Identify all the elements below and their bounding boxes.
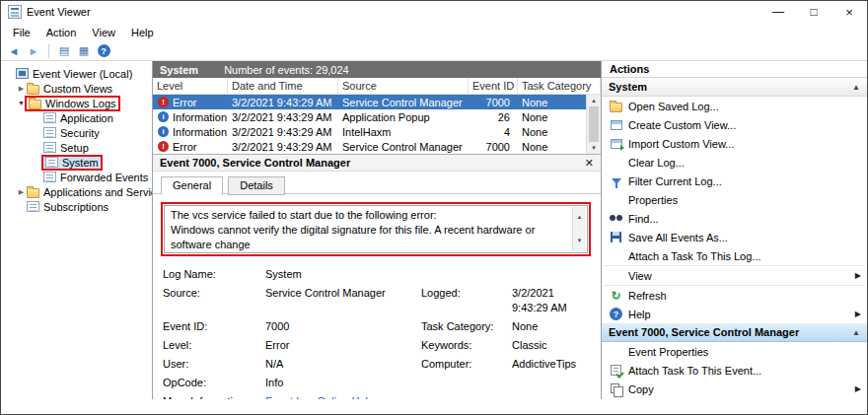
table-row[interactable]: iInformation 3/2/2021 9:43:29 AM Applica… — [153, 109, 601, 124]
actions-section-system[interactable]: System ▲ — [602, 78, 867, 97]
column-header-datetime[interactable]: Date and Time — [228, 78, 338, 94]
forward-arrow-icon[interactable]: ► — [25, 45, 42, 57]
action-clear-log[interactable]: Clear Log... — [602, 153, 867, 172]
detail-header: Event 7000, Service Control Manager ✕ — [153, 154, 601, 172]
tree-item-setup[interactable]: Setup — [1, 140, 152, 155]
tab-details[interactable]: Details — [228, 176, 285, 195]
log-icon — [43, 112, 56, 123]
tree-item-application[interactable]: Application — [1, 110, 152, 125]
field-label: Task Category: — [421, 319, 512, 334]
main-content: Event Viewer (Local) ▶ Custom Views ▼ Wi… — [1, 61, 867, 399]
tree-item-event-viewer-local[interactable]: Event Viewer (Local) — [1, 66, 152, 81]
chevron-right-icon[interactable]: ▶ — [16, 85, 27, 92]
column-header-source[interactable]: Source — [338, 78, 469, 94]
event-id-cell: 4 — [469, 124, 518, 139]
field-value: System — [265, 267, 421, 282]
scroll-up-icon[interactable]: ▲ — [587, 95, 601, 106]
field-value: 7000 — [265, 319, 421, 334]
action-help[interactable]: ? Help ▶ — [602, 305, 867, 323]
properties-tool-icon[interactable]: ▦ — [75, 43, 93, 59]
log-title: System — [160, 64, 198, 76]
section-label: System — [609, 81, 647, 93]
scroll-down-icon[interactable]: ▼ — [587, 142, 601, 154]
tree-item-custom-views[interactable]: ▶ Custom Views — [1, 81, 152, 96]
event-detail-pane: Event 7000, Service Control Manager ✕ Ge… — [153, 154, 601, 399]
action-attach-task-to-event[interactable]: Attach Task To This Event... — [602, 361, 867, 380]
help-tool-icon[interactable]: ? — [95, 43, 112, 59]
maximize-button[interactable]: □ — [796, 1, 832, 23]
level-cell: !Error — [153, 139, 228, 154]
field-value: None — [512, 319, 593, 334]
action-label: Clear Log... — [628, 157, 685, 169]
action-label: Save All Events As... — [628, 232, 728, 243]
table-row[interactable]: iInformation 3/2/2021 9:43:29 AM IntelHa… — [153, 124, 601, 139]
action-event-properties[interactable]: Event Properties — [602, 342, 867, 361]
datetime-cell: 3/2/2021 9:43:29 AM — [228, 139, 338, 154]
action-attach-task-to-log[interactable]: Attach a Task To This Log... — [602, 246, 867, 265]
action-filter-current-log[interactable]: Filter Current Log... — [602, 172, 867, 190]
event-id-cell: 26 — [469, 109, 518, 124]
action-label: Create Custom View... — [628, 119, 736, 131]
collapse-icon[interactable]: ▲ — [852, 328, 860, 337]
source-cell: Service Control Manager — [338, 95, 469, 109]
action-create-custom-view[interactable]: Create Custom View... — [602, 115, 867, 134]
action-label: Refresh — [628, 290, 667, 302]
tree-item-system[interactable]: System — [1, 155, 152, 170]
description-scrollbar[interactable]: ▲ ▼ — [572, 207, 586, 251]
action-import-custom-view[interactable]: Import Custom View... — [602, 134, 867, 153]
column-header-level[interactable]: Level — [153, 78, 228, 94]
chevron-down-icon[interactable]: ▼ — [16, 100, 27, 106]
log-icon — [43, 142, 56, 153]
action-find[interactable]: Find... — [602, 209, 867, 228]
close-detail-icon[interactable]: ✕ — [585, 157, 594, 170]
window-bottom-strip — [1, 399, 867, 414]
minimize-button[interactable]: — — [760, 1, 796, 23]
information-icon: i — [158, 126, 169, 137]
table-row[interactable]: !Error 3/2/2021 9:43:29 AM Service Contr… — [153, 139, 601, 154]
level-text: Error — [173, 97, 196, 108]
chevron-right-icon[interactable]: ▶ — [16, 188, 27, 195]
log-icon — [43, 172, 56, 182]
action-open-saved-log[interactable]: Open Saved Log... — [602, 97, 867, 115]
table-scrollbar[interactable]: ▲ ▼ — [586, 95, 601, 154]
tab-general[interactable]: General — [161, 176, 223, 195]
scroll-up-icon[interactable]: ▲ — [577, 210, 583, 225]
action-refresh[interactable]: ↻ Refresh — [602, 286, 867, 305]
tree-item-subscriptions[interactable]: Subscriptions — [1, 199, 152, 214]
tree-label: Security — [60, 127, 100, 139]
datetime-cell: 3/2/2021 9:43:29 AM — [228, 109, 338, 124]
back-arrow-icon[interactable]: ◄ — [5, 45, 23, 57]
information-icon: i — [158, 111, 169, 122]
scrollbar-thumb[interactable] — [589, 106, 599, 142]
action-copy[interactable]: Copy ▶ — [602, 380, 867, 398]
action-label: Copy — [628, 383, 654, 395]
menu-help[interactable]: Help — [123, 25, 162, 40]
source-cell: IntelHaxm — [338, 124, 469, 139]
close-button[interactable]: × — [832, 1, 867, 23]
menu-file[interactable]: File — [5, 25, 38, 40]
collapse-icon[interactable]: ▲ — [852, 83, 860, 92]
action-label: Attach Task To This Event... — [628, 365, 761, 377]
menu-view[interactable]: View — [84, 25, 123, 40]
level-cell: !Error — [153, 95, 228, 109]
source-cell: Application Popup — [338, 109, 469, 124]
column-header-task-category[interactable]: Task Category — [518, 78, 601, 94]
action-properties[interactable]: Properties — [602, 190, 867, 209]
scroll-down-icon[interactable]: ▼ — [577, 234, 583, 248]
field-label — [421, 267, 512, 282]
submenu-arrow-icon: ▶ — [855, 310, 861, 318]
tree-item-forwarded-events[interactable]: Forwarded Events — [1, 170, 152, 184]
action-view[interactable]: View ▶ — [602, 266, 867, 285]
level-cell: iInformation — [153, 124, 228, 139]
field-label: User: — [163, 357, 265, 372]
tree-item-applications-services[interactable]: ▶ Applications and Services Lo — [1, 184, 152, 199]
actions-section-event[interactable]: Event 7000, Service Control Manager ▲ — [602, 323, 867, 342]
tree-item-security[interactable]: Security — [1, 125, 152, 140]
action-save-all-events-as[interactable]: Save All Events As... — [602, 228, 867, 246]
column-header-event-id[interactable]: Event ID — [469, 78, 518, 94]
field-value: Info — [265, 376, 421, 390]
menu-action[interactable]: Action — [38, 25, 85, 40]
console-tree-toggle-icon[interactable]: ▤ — [55, 43, 73, 59]
tree-item-windows-logs[interactable]: ▼ Windows Logs — [1, 96, 152, 110]
table-row[interactable]: !Error 3/2/2021 9:43:29 AM Service Contr… — [153, 95, 601, 109]
